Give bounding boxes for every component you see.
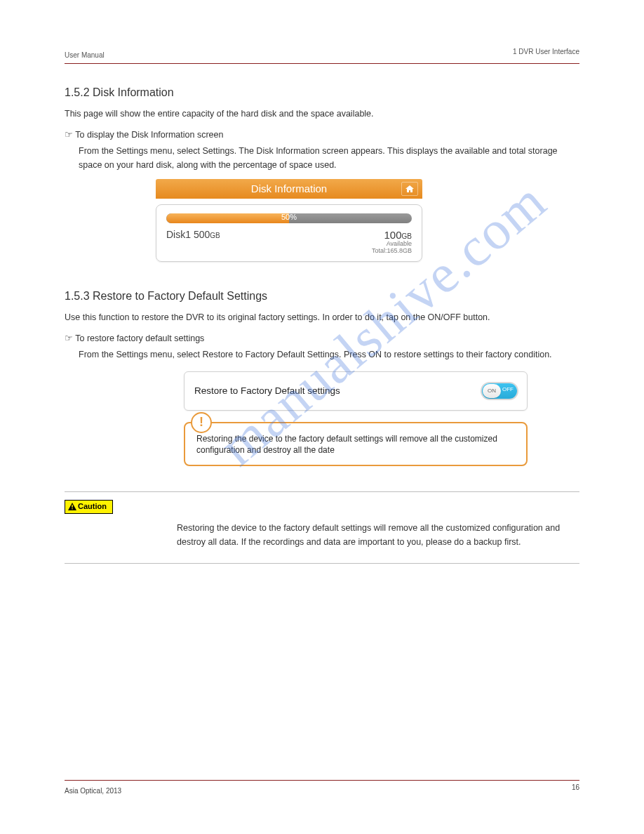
caution-badge: Caution <box>65 500 113 514</box>
svg-rect-0 <box>72 505 72 508</box>
header-right: 1 DVR User Interface <box>513 48 579 55</box>
caution-badge-text: Caution <box>78 502 107 510</box>
disk-progress-percent: 50% <box>281 213 297 221</box>
disk-panel-header: Disk Information <box>156 179 422 199</box>
disk-progress-bar: 50% <box>166 213 412 223</box>
disk-name: Disk1 500GB <box>166 229 220 240</box>
disk-name-unit: GB <box>210 232 220 239</box>
factory-reset-toggle[interactable]: ON OFF <box>482 383 517 399</box>
pointer-factory: To restore factory default settings <box>65 333 579 343</box>
disk-free: 100GB <box>372 229 412 241</box>
factory-warning-panel: ! Restoring the device to the factory de… <box>184 422 528 467</box>
disk-progress-fill <box>166 213 289 223</box>
footer-rule <box>65 780 579 781</box>
section-title-factory: 1.5.3 Restore to Factory Default Setting… <box>65 290 579 303</box>
pointer-disk-info: To display the Disk Information screen <box>65 129 579 140</box>
header-left: User Manual <box>65 51 105 59</box>
caution-body: Restoring the device to the factory defa… <box>177 521 579 549</box>
footer-right: 16 <box>572 783 579 791</box>
disk-free-value: 100 <box>384 229 402 241</box>
caution-bottom-rule <box>65 563 579 564</box>
disk-card: 50% Disk1 500GB 100GB Available Total:16… <box>156 204 422 262</box>
toggle-knob-on: ON <box>483 384 501 398</box>
header-rule <box>65 63 579 64</box>
disk-free-unit: GB <box>402 232 412 240</box>
indent-factory: From the Settings menu, select Restore t… <box>79 348 579 362</box>
indent-disk-info: From the Settings menu, select Settings.… <box>79 144 579 172</box>
factory-reset-row: Restore to Factory Default settings ON O… <box>184 371 528 411</box>
section-body-disk-info: This page will show the entire capacity … <box>65 107 579 121</box>
svg-rect-1 <box>72 508 72 509</box>
disk-name-text: Disk1 500 <box>166 229 210 240</box>
home-icon[interactable] <box>401 182 418 196</box>
exclamation-icon: ! <box>191 412 212 433</box>
disk-panel-title: Disk Information <box>251 183 327 194</box>
section-body-factory: Use this function to restore the DVR to … <box>65 311 579 324</box>
section-title-disk-info: 1.5.2 Disk Information <box>65 86 579 99</box>
factory-warning-text: Restoring the device to the factory defa… <box>196 433 515 457</box>
footer-left: Asia Optical, 2013 <box>65 787 121 795</box>
toggle-off-label: OFF <box>502 386 514 392</box>
warning-triangle-icon <box>68 503 76 512</box>
disk-available-label: Available <box>372 240 412 247</box>
disk-total-label: Total:165.8GB <box>372 247 412 254</box>
factory-reset-label: Restore to Factory Default settings <box>194 385 340 396</box>
